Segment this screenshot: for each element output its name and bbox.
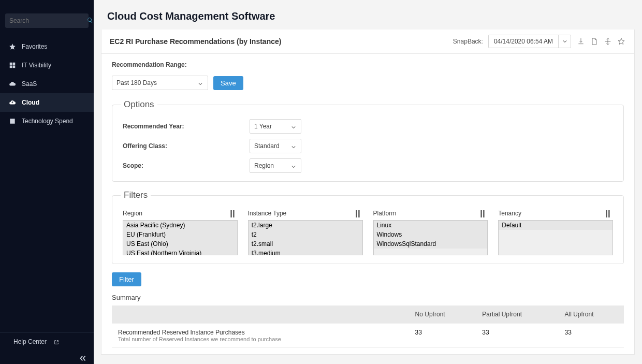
list-item[interactable]: Asia Pacific (Sydney): [123, 221, 237, 230]
cloud-speed-icon: [8, 98, 17, 107]
panel: EC2 RI Purchase Recommendations (by Inst…: [101, 30, 635, 355]
chevron-down-icon: [291, 143, 297, 149]
option-value: Standard: [254, 142, 280, 150]
summary-col: All Upfront: [558, 305, 624, 324]
chevron-down-icon: [198, 80, 203, 85]
favorite-star-icon[interactable]: [617, 37, 626, 46]
sidebar-item-it-visibility[interactable]: IT Visibility: [0, 56, 94, 75]
filter-platform-list[interactable]: Linux Windows WindowsSqlStandard: [373, 220, 488, 255]
sidebar-item-cloud[interactable]: Cloud: [0, 93, 94, 112]
filter-label: Instance Type: [248, 210, 287, 217]
sort-icon[interactable]: [229, 210, 236, 216]
list-item[interactable]: EU (Frankfurt): [123, 230, 237, 239]
filter-label: Region: [123, 210, 142, 217]
cell: 0: [558, 348, 624, 355]
row-sub: Total number of Reserved Instances we re…: [118, 336, 403, 342]
summary-col: Partial Upfront: [476, 305, 558, 324]
list-item[interactable]: t2.small: [249, 239, 362, 249]
scope-select[interactable]: Region: [250, 158, 301, 173]
external-link-icon: [54, 339, 59, 344]
snapback-select[interactable]: 04/14/2020 06:54 AM: [488, 35, 571, 48]
list-item[interactable]: US East (Ohio): [123, 239, 237, 249]
summary-title: Summary: [112, 294, 624, 301]
search-wrap[interactable]: [5, 13, 89, 28]
bar-chart-icon: [8, 117, 17, 125]
list-item[interactable]: Default: [499, 221, 612, 230]
save-button[interactable]: Save: [213, 76, 243, 90]
filter-instance-type-list[interactable]: t2.large t2 t2.small t3.medium: [248, 220, 363, 255]
search-icon: [87, 16, 93, 25]
sidebar-item-saas[interactable]: SaaS: [0, 75, 94, 93]
list-item[interactable]: WindowsSqlStandard: [374, 239, 488, 249]
expand-icon[interactable]: [603, 37, 612, 46]
filter-label: Platform: [373, 210, 397, 217]
filter-region: Region Asia Pacific (Sydney) EU (Frankfu…: [123, 210, 238, 255]
option-label: Recommended Year:: [123, 123, 250, 130]
filter-instance-type: Instance Type t2.large t2 t2.small t3.me…: [248, 210, 363, 255]
sidebar-item-technology-spend[interactable]: Technology Spend: [0, 112, 94, 130]
export-pdf-icon[interactable]: [590, 37, 599, 46]
help-center-link[interactable]: Help Center: [0, 332, 94, 351]
download-icon[interactable]: [576, 37, 586, 46]
list-item[interactable]: US East (Northern Virginia): [123, 249, 237, 255]
filter-tenancy: Tenancy Default: [498, 210, 613, 255]
star-icon: [8, 42, 17, 51]
filters-group: Filters Region Asia Pacific (Sydney) EU …: [112, 190, 624, 264]
table-row: Recommended Reserved Instance Purchases …: [112, 324, 624, 348]
nav: Favorites IT Visibility SaaS Cloud Techn…: [0, 37, 94, 130]
list-item[interactable]: t2.large: [249, 221, 362, 230]
chevron-down-icon: [291, 163, 297, 168]
cell: 33: [409, 324, 476, 348]
sort-icon[interactable]: [355, 210, 361, 216]
brand-title: Cloud Cost Management Software: [94, 0, 642, 30]
sidebar: Favorites IT Visibility SaaS Cloud Techn…: [0, 0, 94, 364]
sidebar-item-label: SaaS: [22, 80, 37, 88]
option-value: Region: [254, 162, 274, 169]
sidebar-item-label: IT Visibility: [22, 62, 51, 69]
filters-legend: Filters: [121, 190, 151, 200]
filter-platform: Platform Linux Windows WindowsSqlStandar…: [373, 210, 488, 255]
chevron-down-icon: [558, 35, 571, 48]
search-input[interactable]: [9, 17, 87, 24]
recommended-year-select[interactable]: 1 Year: [250, 119, 301, 134]
recommendation-range-label: Recommendation Range:: [112, 61, 624, 68]
options-group: Options Recommended Year: 1 Year Offerin…: [112, 99, 624, 182]
summary-table: No Upfront Partial Upfront All Upfront R…: [112, 305, 624, 354]
recommendation-range-select[interactable]: Past 180 Days: [112, 76, 208, 90]
list-item[interactable]: t2: [249, 230, 362, 239]
recommendation-range-value: Past 180 Days: [116, 79, 157, 86]
sort-icon[interactable]: [479, 210, 486, 216]
cell: 0: [476, 348, 558, 355]
collapse-sidebar-icon[interactable]: [78, 354, 87, 361]
option-value: 1 Year: [254, 123, 272, 130]
cloud-box-icon: [8, 80, 17, 88]
option-label: Offering Class:: [123, 142, 250, 150]
sort-icon[interactable]: [605, 210, 611, 216]
filter-region-list[interactable]: Asia Pacific (Sydney) EU (Frankfurt) US …: [123, 220, 238, 255]
cell: 33: [558, 324, 624, 348]
sidebar-item-label: Technology Spend: [22, 118, 73, 125]
list-item[interactable]: Windows: [374, 230, 488, 239]
main: Cloud Cost Management Software EC2 RI Pu…: [94, 0, 642, 364]
filter-tenancy-list[interactable]: Default: [498, 220, 613, 255]
list-item[interactable]: Linux: [374, 221, 488, 230]
grid-icon: [8, 61, 17, 69]
summary-col: No Upfront: [409, 305, 476, 324]
filter-label: Tenancy: [498, 210, 521, 217]
table-row: Total Instance Count for Active Reservat…: [112, 348, 624, 355]
filter-button[interactable]: Filter: [112, 272, 141, 286]
panel-head: EC2 RI Purchase Recommendations (by Inst…: [101, 30, 634, 54]
row-main: Recommended Reserved Instance Purchases: [118, 329, 403, 336]
list-item[interactable]: t3.medium: [249, 249, 362, 255]
options-legend: Options: [121, 99, 157, 110]
sidebar-item-label: Cloud: [22, 99, 39, 106]
sidebar-item-favorites[interactable]: Favorites: [0, 37, 94, 56]
snapback-value: 04/14/2020 06:54 AM: [489, 38, 558, 45]
offering-class-select[interactable]: Standard: [250, 139, 301, 153]
option-label: Scope:: [123, 162, 250, 169]
summary-col-blank: [112, 305, 409, 324]
row-main: Total Instance Count for Active Reservat…: [118, 353, 403, 354]
snapback-label: SnapBack:: [453, 38, 483, 45]
help-label: Help Center: [13, 338, 47, 345]
cell: 53: [409, 348, 476, 355]
